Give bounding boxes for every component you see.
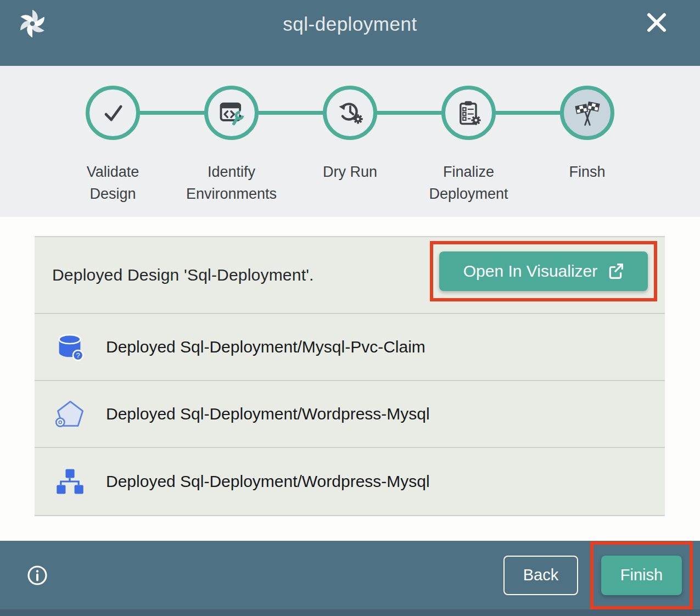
open-in-visualizer-button[interactable]: Open In Visualizer: [439, 251, 648, 291]
wizard-stepper: Validate Design: [0, 66, 700, 217]
bottom-strip: [0, 609, 700, 616]
result-row-mysql-pvc-claim: ? Deployed Sql-Deployment/Mysql-Pvc-Clai…: [35, 314, 665, 381]
step-label: Validate Design: [87, 161, 139, 205]
database-icon: ?: [54, 332, 85, 362]
hierarchy-icon: [54, 466, 85, 497]
step-finish: Finsh: [528, 86, 647, 205]
step-label: Dry Run: [323, 161, 377, 183]
result-row-wordpress-mysql-app: Deployed Sql-Deployment/Wordpress-Mysql: [35, 381, 665, 448]
dry-run-icon: [336, 99, 365, 127]
back-button[interactable]: Back: [503, 556, 578, 595]
step-finalize-deployment: Finalize Deployment: [410, 86, 528, 205]
step-dry-run: Dry Run: [291, 86, 410, 205]
step-circle-validate-design[interactable]: [86, 86, 140, 140]
code-wrench-icon: [217, 99, 246, 127]
close-icon[interactable]: [645, 11, 668, 34]
modal-header: sql-deployment: [0, 0, 700, 66]
check-icon: [99, 99, 127, 127]
result-text: Deployed Sql-Deployment/Wordpress-Mysql: [106, 472, 430, 491]
step-circle-finish[interactable]: [560, 86, 614, 140]
step-circle-identify-environments[interactable]: [204, 86, 259, 140]
step-identify-environments: Identify Environments: [172, 86, 291, 205]
external-link-icon: [607, 263, 624, 279]
finish-flags-icon: [573, 99, 602, 127]
result-text: Deployed Sql-Deployment/Mysql-Pvc-Claim: [106, 338, 425, 356]
deployed-design-text: Deployed Design 'Sql-Deployment'.: [52, 266, 314, 284]
svg-text:?: ?: [76, 351, 80, 360]
annotation-highlight-finish: Finish: [590, 541, 693, 609]
step-label: Finsh: [569, 161, 605, 183]
result-text: Deployed Sql-Deployment/Wordpress-Mysql: [106, 405, 430, 423]
modal-footer: Back Finish: [0, 541, 700, 609]
step-circle-dry-run[interactable]: [323, 86, 377, 140]
step-label: Finalize Deployment: [429, 161, 508, 205]
checklist-gear-icon: [455, 99, 483, 127]
annotation-highlight-visualizer: Open In Visualizer: [430, 241, 657, 301]
finish-button[interactable]: Finish: [601, 556, 682, 595]
deployed-design-row: Deployed Design 'Sql-Deployment'. Open I…: [35, 237, 665, 314]
deployment-results-list: Deployed Design 'Sql-Deployment'. Open I…: [35, 236, 665, 516]
step-validate-design: Validate Design: [54, 86, 172, 205]
step-circle-finalize-deployment[interactable]: [441, 86, 496, 140]
sql-deployment-modal: sql-deployment Validate: [0, 0, 700, 616]
modal-title: sql-deployment: [0, 13, 700, 35]
result-row-wordpress-mysql-workload: Deployed Sql-Deployment/Wordpress-Mysql: [35, 448, 665, 515]
pentagon-icon: [54, 399, 85, 429]
step-label: Identify Environments: [186, 161, 277, 205]
info-icon[interactable]: [26, 564, 48, 586]
